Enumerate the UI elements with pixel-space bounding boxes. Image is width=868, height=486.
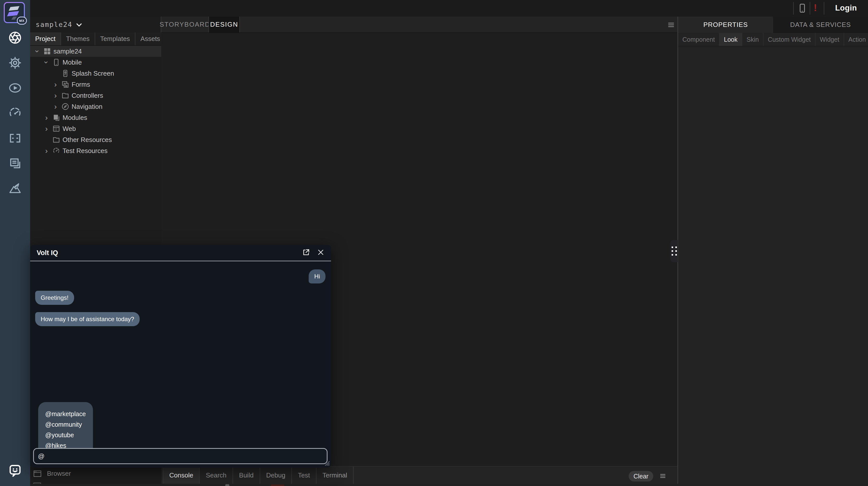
canvas-tab-design[interactable]: DESIGN	[209, 17, 240, 32]
tree-item-controllers[interactable]: ›Controllers	[30, 90, 161, 101]
chat-message-list: HiGreetings!How may I be of assistance t…	[35, 261, 326, 326]
properties-subtab-skin[interactable]: Skin	[742, 33, 764, 46]
console-tab-search[interactable]: Search	[200, 467, 233, 484]
tree-item-forms[interactable]: ›Forms	[30, 79, 161, 90]
explorer-tab-project[interactable]: Project	[30, 32, 61, 45]
alert-icon[interactable]: !	[814, 2, 817, 13]
console-tab-console[interactable]: Console	[163, 467, 200, 484]
tree-item-label: Modules	[63, 114, 87, 122]
chevron-collapsed-icon[interactable]: ›	[43, 114, 50, 121]
mx-badge: MX	[17, 17, 27, 25]
performance-gauge-icon[interactable]	[8, 106, 22, 120]
canvas-tab-storyboard[interactable]: STORYBOARD	[161, 17, 209, 32]
tree-item-splash-screen[interactable]: Splash Screen	[30, 68, 161, 79]
explorer-tab-themes[interactable]: Themes	[61, 32, 95, 45]
browser-row[interactable]: Browser	[33, 470, 71, 478]
module-icon	[52, 113, 61, 122]
tree-item-label: sample24	[54, 48, 82, 55]
tree-item-navigation[interactable]: ›Navigation	[30, 101, 161, 112]
volt-iq-dialog: Volt IQ HiGreetings!How may I be of assi…	[30, 245, 331, 468]
project-selector[interactable]: sample24	[30, 17, 161, 32]
resize-handle[interactable]	[323, 460, 330, 467]
canvas-menu-icon[interactable]	[667, 21, 675, 30]
explorer-tab-templates[interactable]: Templates	[95, 32, 135, 45]
tree-item-label: Forms	[71, 81, 90, 88]
tree-item-label: Navigation	[71, 103, 102, 111]
preview-play-icon[interactable]	[8, 81, 22, 95]
tree-item-label: Web	[63, 125, 76, 133]
chevron-collapsed-icon[interactable]: ›	[52, 103, 59, 110]
console-tab-test[interactable]: Test	[292, 467, 316, 484]
chevron-expanded-icon[interactable]: ›	[34, 48, 41, 55]
suggestion-youtube[interactable]: @youtube	[45, 430, 86, 440]
suggestion-community[interactable]: @community	[45, 419, 86, 430]
properties-subtab-component[interactable]: Component	[678, 33, 719, 46]
properties-panel: PROPERTIESDATA & SERVICES ComponentLookS…	[677, 17, 868, 486]
folder-icon	[61, 91, 69, 100]
tree-item-mobile[interactable]: ›Mobile	[30, 57, 161, 68]
chevron-collapsed-icon[interactable]: ›	[52, 81, 59, 88]
console-tab-build[interactable]: Build	[233, 467, 260, 484]
explorer-tabs: ProjectThemesTemplatesAssets	[30, 32, 161, 46]
close-icon[interactable]	[317, 248, 324, 257]
suggestion-marketplace[interactable]: @marketplace	[45, 408, 86, 419]
properties-subtab-custom-widget[interactable]: Custom Widget	[764, 33, 815, 46]
volt-iq-chat-icon[interactable]	[8, 463, 22, 478]
console-tab-debug[interactable]: Debug	[260, 467, 292, 484]
properties-subtab-action[interactable]: Action	[844, 33, 868, 46]
device-preview-icon[interactable]	[797, 2, 808, 15]
volt-mx-logo[interactable]: MX	[4, 2, 25, 23]
properties-subtabs: ComponentLookSkinCustom WidgetWidgetActi…	[678, 33, 868, 47]
right-panel-tabs: PROPERTIESDATA & SERVICES	[678, 17, 868, 33]
tree-item-test-resources[interactable]: ›Test Resources	[30, 145, 161, 156]
window-bottom-edge	[30, 484, 868, 486]
tree-item-label: Mobile	[63, 59, 82, 66]
bottom-bar-right	[678, 466, 868, 484]
properties-subtab-widget[interactable]: Widget	[815, 33, 844, 46]
browser-section: Browser	[30, 466, 161, 484]
chevron-collapsed-icon[interactable]: ›	[52, 92, 59, 99]
chevron-collapsed-icon[interactable]: ›	[43, 147, 50, 154]
chat-bubble-bot: Greetings!	[35, 291, 74, 305]
chat-bubble-user: Hi	[309, 269, 326, 283]
tree-item-modules[interactable]: ›Modules	[30, 112, 161, 123]
splash-icon	[61, 69, 69, 78]
compass-icon	[61, 102, 69, 111]
properties-subtab-look[interactable]: Look	[719, 33, 742, 46]
console-menu-icon[interactable]	[659, 472, 667, 481]
login-button[interactable]: Login	[835, 3, 857, 12]
tree-item-label: Controllers	[71, 92, 103, 99]
phone-icon	[52, 58, 61, 67]
topbar-separator	[810, 2, 810, 14]
topbar-separator	[793, 2, 794, 14]
volt-iq-header: Volt IQ	[30, 245, 331, 261]
chat-input[interactable]	[33, 448, 328, 464]
tree-item-other-resources[interactable]: Other Resources	[30, 134, 161, 145]
panel-tab-properties[interactable]: PROPERTIES	[678, 17, 773, 33]
console-tabs: ConsoleSearchBuildDebugTestTerminal	[163, 467, 353, 484]
project-selector-label: sample24	[36, 21, 72, 28]
chevron-collapsed-icon[interactable]: ›	[43, 125, 50, 132]
forms-icon	[61, 80, 69, 89]
settings-gear-icon[interactable]	[8, 56, 22, 70]
panel-tab-data-services[interactable]: DATA & SERVICES	[773, 17, 868, 33]
console-bar: ConsoleSearchBuildDebugTestTerminal Clea…	[161, 466, 677, 484]
insights-mountain-icon[interactable]	[8, 181, 22, 195]
chat-bubble-bot: How may I be of assistance today?	[35, 312, 140, 326]
browser-label: Browser	[47, 470, 71, 478]
aperture-icon[interactable]	[8, 31, 22, 45]
forms-doc-icon[interactable]	[8, 156, 22, 171]
chevron-expanded-icon[interactable]: ›	[43, 59, 50, 66]
open-external-icon[interactable]	[302, 248, 310, 257]
clear-button[interactable]: Clear	[629, 471, 653, 482]
tree-item-web[interactable]: ›Web	[30, 123, 161, 134]
tree-item-sample24[interactable]: ›sample24	[30, 46, 161, 57]
topbar-separator	[824, 2, 824, 14]
gauge-icon	[52, 147, 61, 155]
console-tab-terminal[interactable]: Terminal	[316, 467, 353, 484]
split-view-icon[interactable]	[8, 131, 22, 145]
folder-icon	[52, 135, 61, 144]
canvas-tab-strip: STORYBOARDDESIGN	[161, 17, 677, 33]
dock-peek	[271, 485, 284, 486]
panel-drag-handle[interactable]	[670, 240, 678, 262]
